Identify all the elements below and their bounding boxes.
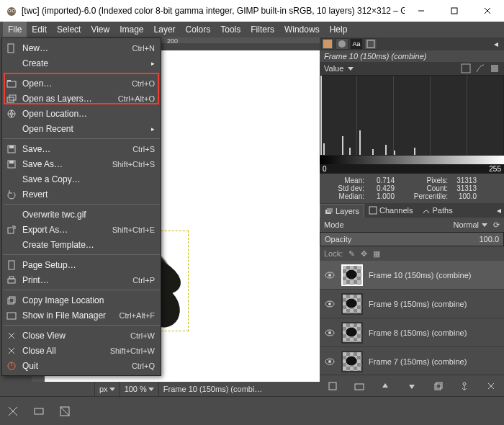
lock-position-icon[interactable]: ✥ [361,249,367,259]
svg-rect-57 [35,408,43,414]
file-menu-item[interactable]: Save a Copy… [2,171,161,187]
svg-point-33 [338,40,346,48]
status-icon-2[interactable] [26,397,52,426]
eye-icon[interactable] [324,327,336,339]
menu-help[interactable]: Help [325,22,353,37]
new-layer-icon[interactable] [328,381,338,391]
file-menu-item[interactable]: Show in File ManagerCtrl+Alt+F [2,308,161,323]
file-menu-item[interactable]: Open…Ctrl+O [2,76,161,91]
hist-rgb-icon[interactable] [490,63,500,73]
status-text: Frame 10 (150ms) (combi… [159,382,320,396]
eye-icon[interactable] [324,356,336,367]
svg-rect-38 [327,208,333,212]
delete-layer-icon[interactable] [486,381,496,391]
palette-tab[interactable] [321,38,334,50]
brush-tab[interactable] [336,38,348,50]
layer-row[interactable]: Frame 9 (150ms) (combine) [320,290,504,318]
blank-icon [6,240,17,250]
histogram-title: Frame 10 (150ms) (combine) [320,50,504,62]
channels-icon [369,206,377,215]
mode-select[interactable]: Normal [454,220,479,229]
svg-rect-35 [462,64,470,73]
right-dock: Aa ◂ Frame 10 (150ms) (combine) Value [320,37,504,396]
file-menu-item[interactable]: Close ViewCtrl+W [2,328,161,343]
menu-file[interactable]: File [3,22,27,37]
menu-select[interactable]: Select [52,22,86,37]
svg-point-43 [328,303,331,305]
layer-row[interactable]: Frame 8 (150ms) (combine) [320,318,504,347]
file-menu-item[interactable]: Revert [2,187,161,202]
file-menu-item[interactable]: Close AllShift+Ctrl+W [2,343,161,358]
font-tab[interactable]: Aa [350,38,363,50]
file-menu-item[interactable]: Export As…Shift+Ctrl+E [2,222,161,237]
lock-pixels-icon[interactable]: ✎ [348,249,355,259]
eye-icon[interactable] [324,269,336,281]
blank-icon [6,124,17,134]
menu-filters[interactable]: Filters [246,22,279,37]
menu-image[interactable]: Image [114,22,148,37]
menu-layer[interactable]: Layer [149,22,181,37]
quit-icon [6,361,17,371]
tab-channels[interactable]: Channels [364,204,417,218]
duplicate-layer-icon[interactable] [433,381,444,391]
file-menu-item[interactable]: Open Location… [2,106,161,121]
file-menu-item[interactable]: New…Ctrl+N [2,40,161,55]
hist-log-icon[interactable] [475,63,485,73]
file-menu-item[interactable]: Page Setup… [2,257,161,272]
status-icon-3[interactable] [52,397,78,426]
hist-linear-icon[interactable] [461,63,471,73]
history-tab[interactable] [364,38,377,50]
dock-menu[interactable]: ◂ [490,38,503,50]
layer-group-icon[interactable] [354,381,364,391]
svg-rect-11 [7,80,11,81]
anchor-layer-icon[interactable] [459,381,469,391]
save-icon [6,144,17,154]
file-menu-item[interactable]: Save…Ctrl+S [2,141,161,156]
svg-rect-51 [436,382,442,388]
file-menu-item[interactable]: Overwrite twc.gif [2,207,161,222]
lock-alpha-icon[interactable]: ▦ [373,249,380,259]
tab-layers[interactable]: Layers [320,204,364,218]
statusbar [0,396,504,425]
svg-point-3 [9,10,11,12]
window-title: [twc] (imported)-6.0 (Indexed color 8-bi… [22,6,405,16]
svg-line-59 [60,407,69,416]
menu-windows[interactable]: Windows [279,22,325,37]
menu-colors[interactable]: Colors [181,22,216,37]
status-icon-1[interactable] [0,397,26,426]
svg-rect-18 [9,161,14,164]
maximize-button[interactable] [438,0,471,22]
file-menu-item[interactable]: Create Template… [2,237,161,252]
file-menu-item[interactable]: Open Recent▸ [2,121,161,136]
file-menu-item[interactable]: Create▸ [2,55,161,71]
eye-icon[interactable] [324,298,336,310]
tab-paths[interactable]: Paths [418,204,457,218]
menu-edit[interactable]: Edit [27,22,52,37]
file-menu-item[interactable]: Print…Ctrl+P [2,272,161,287]
opacity-slider[interactable]: Opacity 100.0 [320,232,504,246]
unit-selector[interactable]: px [95,382,120,396]
channel-select[interactable]: Value [324,64,343,73]
histogram-range: 0255 [320,164,504,174]
minimize-button[interactable] [405,0,438,22]
close-button[interactable] [471,0,504,22]
canvas-footer: px 100 % Frame 10 (150ms) (combi… [32,382,320,396]
layer-row[interactable]: Frame 10 (150ms) (combine) [320,261,504,290]
layer-row[interactable]: Frame 7 (150ms) (combine) [320,347,504,375]
mode-reset-icon[interactable]: ⟳ [493,220,500,230]
blank-icon [6,174,17,184]
layer-name: Frame 8 (150ms) (combine) [369,328,500,337]
folder-icon [6,79,17,89]
svg-point-47 [328,360,331,363]
menu-view[interactable]: View [86,22,114,37]
raise-layer-icon[interactable] [380,381,390,391]
dock-menu-2[interactable]: ◂ [494,205,504,215]
file-menu-item[interactable]: Copy Image Location [2,292,161,308]
zoom-selector[interactable]: 100 % [120,382,159,396]
lower-layer-icon[interactable] [407,381,417,391]
file-menu-item[interactable]: Save As…Shift+Ctrl+S [2,156,161,171]
file-menu-item[interactable]: Open as Layers…Ctrl+Alt+O [2,91,161,106]
file-menu-item[interactable]: QuitCtrl+Q [2,358,161,373]
svg-rect-36 [491,65,498,72]
menu-tools[interactable]: Tools [215,22,246,37]
